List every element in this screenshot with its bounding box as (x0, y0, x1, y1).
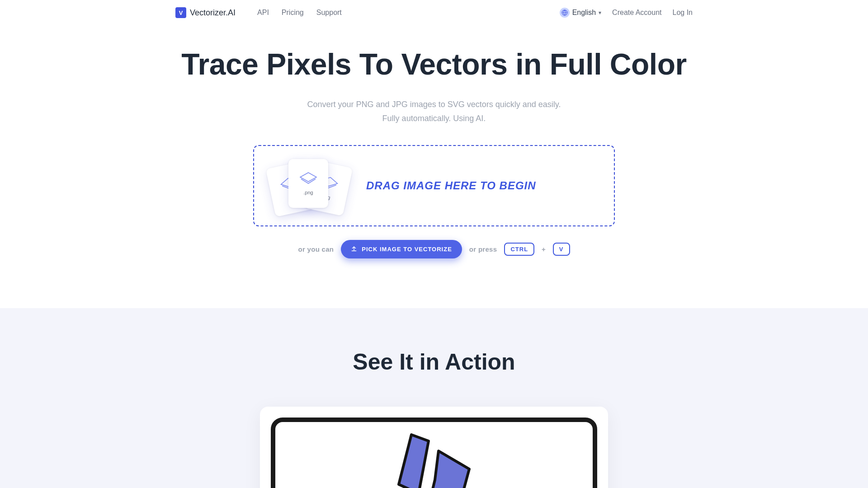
hero: Trace Pixels To Vectors in Full Color Co… (0, 25, 868, 258)
language-selector[interactable]: English ▾ (560, 8, 601, 18)
brand-logo-letter: V (179, 9, 183, 16)
brand[interactable]: V Vectorizer.AI (175, 7, 236, 18)
drop-zone-text: DRAG IMAGE HERE TO BEGIN (366, 179, 536, 192)
kbd-plus: + (542, 245, 546, 253)
brand-name: Vectorizer.AI (190, 8, 236, 18)
brand-logo-icon: V (175, 7, 186, 18)
nav-primary: API Pricing Support (257, 9, 342, 17)
or-you-can-label: or you can (298, 245, 334, 253)
kbd-v: V (553, 243, 570, 256)
pick-row: or you can PICK IMAGE TO VECTORIZE or pr… (0, 240, 868, 258)
globe-icon (560, 8, 570, 18)
nav-create-account[interactable]: Create Account (612, 9, 661, 17)
upload-icon (351, 245, 357, 253)
file-card-png: .png (288, 159, 328, 208)
nav-api[interactable]: API (257, 9, 269, 17)
file-type-illustration: .gif .jpg .png (267, 156, 348, 215)
section2-title: See It in Action (0, 349, 868, 375)
nav-secondary: English ▾ Create Account Log In (560, 8, 693, 18)
nav-pricing[interactable]: Pricing (282, 9, 304, 17)
nav-log-in[interactable]: Log In (673, 9, 693, 17)
drop-zone[interactable]: .gif .jpg .png DRAG IMAGE HERE TO BEGIN (253, 145, 615, 226)
layers-icon (298, 172, 318, 185)
header: V Vectorizer.AI API Pricing Support Engl… (154, 0, 714, 25)
nav-support[interactable]: Support (316, 9, 342, 17)
pick-image-button[interactable]: PICK IMAGE TO VECTORIZE (341, 240, 462, 258)
language-label: English (572, 9, 596, 17)
chevron-down-icon: ▾ (599, 9, 601, 16)
pick-image-button-label: PICK IMAGE TO VECTORIZE (362, 246, 452, 253)
or-press-label: or press (469, 245, 497, 253)
hero-subtitle-line1: Convert your PNG and JPG images to SVG v… (0, 98, 868, 112)
preview-frame (260, 407, 608, 488)
file-ext-png: .png (303, 190, 313, 195)
see-it-in-action-section: See It in Action (0, 308, 868, 488)
kbd-ctrl: CTRL (504, 243, 534, 256)
preview-vector-shape-icon (375, 430, 493, 488)
hero-subtitle-line2: Fully automatically. Using AI. (0, 112, 868, 126)
hero-title: Trace Pixels To Vectors in Full Color (0, 47, 868, 81)
preview-inner (271, 418, 597, 488)
